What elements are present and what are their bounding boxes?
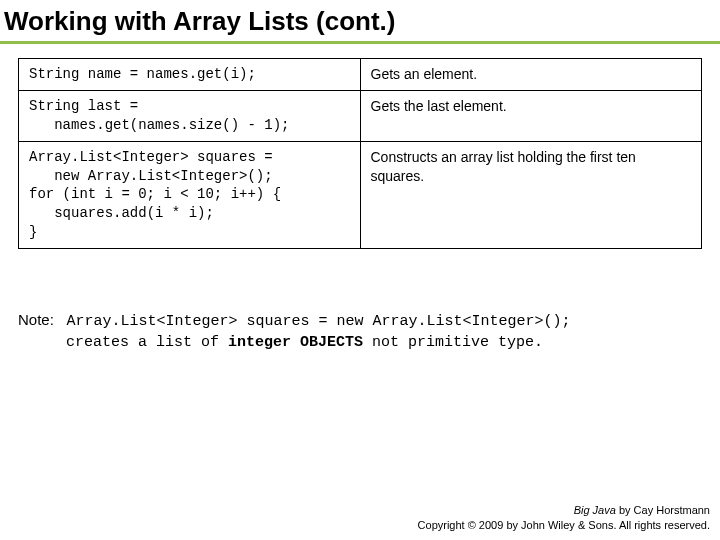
note-code-line2: creates a list of integer OBJECTS not pr… xyxy=(66,332,702,353)
note-label: Note: xyxy=(18,311,54,328)
content-area: String name = names.get(i); Gets an elem… xyxy=(0,58,720,353)
code-cell: String last = names.get(names.size() - 1… xyxy=(19,90,361,141)
table-row: String last = names.get(names.size() - 1… xyxy=(19,90,702,141)
examples-table: String name = names.get(i); Gets an elem… xyxy=(18,58,702,249)
note-code-line1: Array.List<Integer> squares = new Array.… xyxy=(66,313,570,330)
footer-author: by Cay Horstmann xyxy=(616,504,710,516)
footer-copyright: Copyright © 2009 by John Wiley & Sons. A… xyxy=(418,518,710,532)
page-title: Working with Array Lists (cont.) xyxy=(0,0,720,44)
table-row: String name = names.get(i); Gets an elem… xyxy=(19,59,702,91)
desc-cell: Gets the last element. xyxy=(360,90,702,141)
footer: Big Java by Cay Horstmann Copyright © 20… xyxy=(418,503,710,532)
table-row: Array.List<Integer> squares = new Array.… xyxy=(19,141,702,248)
desc-cell: Gets an element. xyxy=(360,59,702,91)
footer-book: Big Java xyxy=(574,504,616,516)
code-cell: String name = names.get(i); xyxy=(19,59,361,91)
code-cell: Array.List<Integer> squares = new Array.… xyxy=(19,141,361,248)
note-block: Note: Array.List<Integer> squares = new … xyxy=(18,309,702,353)
desc-cell: Constructs an array list holding the fir… xyxy=(360,141,702,248)
